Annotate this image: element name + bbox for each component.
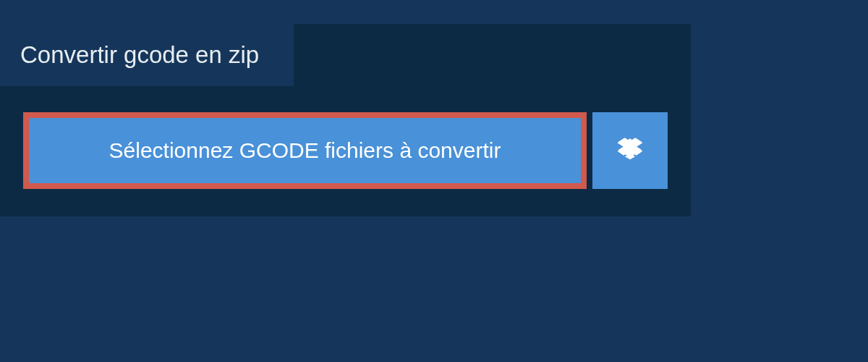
tab-convert[interactable]: Convertir gcode en zip (0, 24, 294, 86)
dropbox-icon (616, 135, 644, 166)
button-row: Sélectionnez GCODE fichiers à convertir (23, 112, 668, 189)
select-files-label: Sélectionnez GCODE fichiers à convertir (109, 138, 501, 162)
tab-label: Convertir gcode en zip (20, 41, 259, 68)
dropbox-button[interactable] (592, 112, 668, 189)
select-files-button[interactable]: Sélectionnez GCODE fichiers à convertir (23, 112, 587, 189)
converter-panel: Convertir gcode en zip Sélectionnez GCOD… (0, 24, 691, 216)
